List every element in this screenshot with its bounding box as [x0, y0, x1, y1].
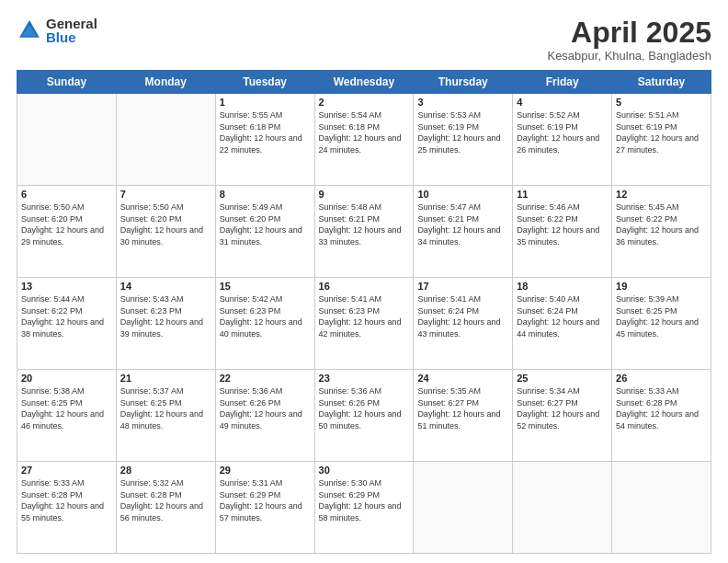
month-title: April 2025 — [547, 17, 711, 49]
day-cell: 17Sunrise: 5:41 AM Sunset: 6:24 PM Dayli… — [414, 278, 513, 370]
day-cell: 22Sunrise: 5:36 AM Sunset: 6:26 PM Dayli… — [215, 370, 314, 462]
day-number: 27 — [21, 465, 112, 476]
day-cell — [414, 462, 513, 554]
day-cell: 16Sunrise: 5:41 AM Sunset: 6:23 PM Dayli… — [314, 278, 414, 370]
day-info: Sunrise: 5:46 AM Sunset: 6:22 PM Dayligh… — [517, 201, 608, 247]
day-info: Sunrise: 5:49 AM Sunset: 6:20 PM Dayligh… — [220, 201, 311, 247]
page: General Blue April 2025 Kesabpur, Khulna… — [0, 0, 728, 563]
day-number: 15 — [220, 281, 311, 292]
day-cell — [612, 462, 711, 554]
col-header-saturday: Saturday — [612, 71, 711, 94]
day-number: 11 — [517, 189, 608, 200]
day-number: 23 — [319, 373, 410, 384]
day-info: Sunrise: 5:45 AM Sunset: 6:22 PM Dayligh… — [616, 201, 707, 247]
day-cell: 23Sunrise: 5:36 AM Sunset: 6:26 PM Dayli… — [314, 370, 414, 462]
col-header-monday: Monday — [116, 71, 215, 94]
location: Kesabpur, Khulna, Bangladesh — [547, 49, 711, 63]
day-cell: 9Sunrise: 5:48 AM Sunset: 6:21 PM Daylig… — [314, 186, 414, 278]
day-info: Sunrise: 5:33 AM Sunset: 6:28 PM Dayligh… — [616, 385, 707, 431]
calendar-table: SundayMondayTuesdayWednesdayThursdayFrid… — [17, 70, 711, 554]
day-number: 16 — [319, 281, 410, 292]
day-info: Sunrise: 5:41 AM Sunset: 6:24 PM Dayligh… — [417, 293, 508, 339]
day-number: 19 — [616, 281, 707, 292]
day-info: Sunrise: 5:30 AM Sunset: 6:29 PM Dayligh… — [319, 477, 410, 523]
col-header-tuesday: Tuesday — [215, 71, 314, 94]
day-info: Sunrise: 5:48 AM Sunset: 6:21 PM Dayligh… — [319, 201, 410, 247]
week-row-2: 6Sunrise: 5:50 AM Sunset: 6:20 PM Daylig… — [17, 186, 711, 278]
day-cell: 8Sunrise: 5:49 AM Sunset: 6:20 PM Daylig… — [215, 186, 314, 278]
day-info: Sunrise: 5:31 AM Sunset: 6:29 PM Dayligh… — [220, 477, 311, 523]
day-number: 6 — [21, 189, 112, 200]
day-number: 7 — [120, 189, 211, 200]
day-cell: 25Sunrise: 5:34 AM Sunset: 6:27 PM Dayli… — [513, 370, 612, 462]
day-info: Sunrise: 5:54 AM Sunset: 6:18 PM Dayligh… — [319, 109, 410, 155]
day-cell: 6Sunrise: 5:50 AM Sunset: 6:20 PM Daylig… — [17, 186, 117, 278]
day-cell: 4Sunrise: 5:52 AM Sunset: 6:19 PM Daylig… — [513, 94, 612, 186]
day-cell: 15Sunrise: 5:42 AM Sunset: 6:23 PM Dayli… — [215, 278, 314, 370]
day-cell: 10Sunrise: 5:47 AM Sunset: 6:21 PM Dayli… — [414, 186, 513, 278]
day-number: 21 — [120, 373, 211, 384]
day-info: Sunrise: 5:34 AM Sunset: 6:27 PM Dayligh… — [517, 385, 608, 431]
week-row-4: 20Sunrise: 5:38 AM Sunset: 6:25 PM Dayli… — [17, 370, 711, 462]
col-header-sunday: Sunday — [17, 71, 117, 94]
day-info: Sunrise: 5:51 AM Sunset: 6:19 PM Dayligh… — [616, 109, 707, 155]
day-number: 10 — [417, 189, 508, 200]
day-cell: 27Sunrise: 5:33 AM Sunset: 6:28 PM Dayli… — [17, 462, 117, 554]
day-cell: 11Sunrise: 5:46 AM Sunset: 6:22 PM Dayli… — [513, 186, 612, 278]
day-cell: 26Sunrise: 5:33 AM Sunset: 6:28 PM Dayli… — [612, 370, 711, 462]
day-number: 1 — [220, 97, 311, 108]
day-number: 13 — [21, 281, 112, 292]
header-row: SundayMondayTuesdayWednesdayThursdayFrid… — [17, 71, 711, 94]
day-info: Sunrise: 5:39 AM Sunset: 6:25 PM Dayligh… — [616, 293, 707, 339]
day-cell — [116, 94, 215, 186]
day-info: Sunrise: 5:50 AM Sunset: 6:20 PM Dayligh… — [21, 201, 112, 247]
day-cell: 12Sunrise: 5:45 AM Sunset: 6:22 PM Dayli… — [612, 186, 711, 278]
day-cell: 30Sunrise: 5:30 AM Sunset: 6:29 PM Dayli… — [314, 462, 414, 554]
day-cell: 3Sunrise: 5:53 AM Sunset: 6:19 PM Daylig… — [414, 94, 513, 186]
col-header-friday: Friday — [513, 71, 612, 94]
day-number: 18 — [517, 281, 608, 292]
logo-blue: Blue — [46, 30, 97, 44]
day-cell: 24Sunrise: 5:35 AM Sunset: 6:27 PM Dayli… — [414, 370, 513, 462]
day-cell: 19Sunrise: 5:39 AM Sunset: 6:25 PM Dayli… — [612, 278, 711, 370]
col-header-thursday: Thursday — [414, 71, 513, 94]
day-cell: 13Sunrise: 5:44 AM Sunset: 6:22 PM Dayli… — [17, 278, 117, 370]
day-number: 29 — [220, 465, 311, 476]
day-info: Sunrise: 5:52 AM Sunset: 6:19 PM Dayligh… — [517, 109, 608, 155]
day-cell: 28Sunrise: 5:32 AM Sunset: 6:28 PM Dayli… — [116, 462, 215, 554]
day-number: 24 — [417, 373, 508, 384]
day-cell: 1Sunrise: 5:55 AM Sunset: 6:18 PM Daylig… — [215, 94, 314, 186]
day-cell: 5Sunrise: 5:51 AM Sunset: 6:19 PM Daylig… — [612, 94, 711, 186]
day-info: Sunrise: 5:43 AM Sunset: 6:23 PM Dayligh… — [120, 293, 211, 339]
week-row-5: 27Sunrise: 5:33 AM Sunset: 6:28 PM Dayli… — [17, 462, 711, 554]
day-cell: 14Sunrise: 5:43 AM Sunset: 6:23 PM Dayli… — [116, 278, 215, 370]
day-number: 26 — [616, 373, 707, 384]
week-row-3: 13Sunrise: 5:44 AM Sunset: 6:22 PM Dayli… — [17, 278, 711, 370]
day-info: Sunrise: 5:47 AM Sunset: 6:21 PM Dayligh… — [417, 201, 508, 247]
logo-general: General — [46, 17, 97, 30]
week-row-1: 1Sunrise: 5:55 AM Sunset: 6:18 PM Daylig… — [17, 94, 711, 186]
day-number: 9 — [319, 189, 410, 200]
logo: General Blue — [17, 17, 97, 44]
day-cell: 2Sunrise: 5:54 AM Sunset: 6:18 PM Daylig… — [314, 94, 414, 186]
day-number: 14 — [120, 281, 211, 292]
col-header-wednesday: Wednesday — [314, 71, 414, 94]
day-number: 5 — [616, 97, 707, 108]
day-number: 25 — [517, 373, 608, 384]
day-cell — [17, 94, 117, 186]
day-info: Sunrise: 5:40 AM Sunset: 6:24 PM Dayligh… — [517, 293, 608, 339]
day-cell: 21Sunrise: 5:37 AM Sunset: 6:25 PM Dayli… — [116, 370, 215, 462]
day-number: 28 — [120, 465, 211, 476]
day-info: Sunrise: 5:33 AM Sunset: 6:28 PM Dayligh… — [21, 477, 112, 523]
day-cell — [513, 462, 612, 554]
day-number: 20 — [21, 373, 112, 384]
day-info: Sunrise: 5:37 AM Sunset: 6:25 PM Dayligh… — [120, 385, 211, 431]
day-cell: 20Sunrise: 5:38 AM Sunset: 6:25 PM Dayli… — [17, 370, 117, 462]
day-info: Sunrise: 5:36 AM Sunset: 6:26 PM Dayligh… — [220, 385, 311, 431]
day-number: 2 — [319, 97, 410, 108]
day-info: Sunrise: 5:53 AM Sunset: 6:19 PM Dayligh… — [417, 109, 508, 155]
day-info: Sunrise: 5:41 AM Sunset: 6:23 PM Dayligh… — [319, 293, 410, 339]
logo-icon — [17, 17, 42, 43]
day-cell: 7Sunrise: 5:50 AM Sunset: 6:20 PM Daylig… — [116, 186, 215, 278]
day-info: Sunrise: 5:38 AM Sunset: 6:25 PM Dayligh… — [21, 385, 112, 431]
